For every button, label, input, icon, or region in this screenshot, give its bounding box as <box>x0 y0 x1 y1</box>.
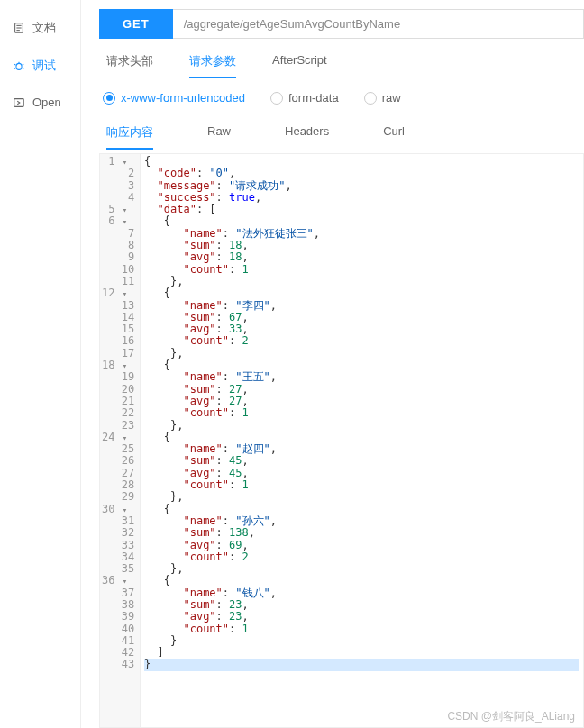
code-line: { <box>144 504 583 515</box>
fold-icon[interactable]: ▾ <box>123 361 127 370</box>
response-tab[interactable]: Headers <box>285 124 329 150</box>
response-tab[interactable]: Curl <box>383 124 405 150</box>
fold-icon[interactable]: ▾ <box>123 505 127 514</box>
code-line: ] <box>144 647 583 659</box>
sidebar-label: Open <box>32 96 61 109</box>
line-number: 2 <box>102 168 134 179</box>
code-line: }, <box>144 420 583 432</box>
code-line: "count": 1 <box>144 264 583 276</box>
line-number: 32 <box>102 527 134 539</box>
body-type-option[interactable]: x-www-form-urlencoded <box>103 91 245 105</box>
code-line: "name": "孙六", <box>144 515 583 527</box>
line-number: 42 <box>102 647 134 659</box>
line-number: 13 <box>102 300 134 312</box>
line-number: 34 <box>102 551 134 563</box>
line-number: 23 <box>102 420 134 432</box>
code-line: { <box>144 575 583 587</box>
code-line: "sum": 23, <box>144 599 583 611</box>
line-number: 20 <box>102 384 134 396</box>
sidebar-item-bug[interactable]: 调试 <box>0 47 80 85</box>
sidebar-item-open[interactable]: Open <box>0 85 80 120</box>
line-number: 1 ▾ <box>102 156 134 168</box>
body-type-radios: x-www-form-urlencodedform-dataraw <box>103 91 584 105</box>
line-number: 14 <box>102 312 134 323</box>
code-line: }, <box>144 276 583 287</box>
sidebar-label: 调试 <box>32 58 56 74</box>
request-tab[interactable]: 请求头部 <box>106 53 153 78</box>
code-line: } <box>144 635 583 647</box>
fold-icon[interactable]: ▾ <box>123 577 127 586</box>
svg-line-9 <box>23 68 24 69</box>
response-tab[interactable]: 响应内容 <box>106 124 153 150</box>
code-line: "avg": 45, <box>144 468 583 479</box>
line-number: 8 <box>102 240 134 251</box>
code-line: }, <box>144 348 583 359</box>
line-number: 38 <box>102 599 134 611</box>
code-line: { <box>144 432 583 443</box>
body-type-option[interactable]: form-data <box>270 91 339 105</box>
http-method-button[interactable]: GET <box>99 9 173 39</box>
code-line: "data": [ <box>144 204 583 215</box>
code-line: "success": true, <box>144 192 583 204</box>
response-tab[interactable]: Raw <box>207 124 231 150</box>
code-line: "sum": 45, <box>144 455 583 467</box>
fold-icon[interactable]: ▾ <box>123 433 127 442</box>
code-line: { <box>144 359 583 371</box>
line-number: 17 <box>102 348 134 359</box>
open-icon <box>13 96 25 109</box>
code-line: } <box>144 659 579 670</box>
code-line: "count": 2 <box>144 551 583 563</box>
url-input[interactable]: /aggregate/getAgeSumAvgCountByName <box>173 9 584 39</box>
svg-line-6 <box>14 64 16 65</box>
code-line: }, <box>144 563 583 575</box>
line-number: 7 <box>102 228 134 240</box>
line-number: 26 <box>102 455 134 467</box>
sidebar-item-doc[interactable]: 文档 <box>0 9 80 47</box>
line-number: 11 <box>102 276 134 287</box>
body-type-option[interactable]: raw <box>364 91 401 105</box>
svg-point-4 <box>16 63 22 69</box>
line-number: 18 ▾ <box>102 359 134 371</box>
line-number: 3 <box>102 180 134 192</box>
request-tab[interactable]: AfterScript <box>272 53 327 78</box>
bug-icon <box>13 59 25 72</box>
code-line: "count": 2 <box>144 335 583 347</box>
code-line: "avg": 23, <box>144 611 583 623</box>
line-number: 43 <box>102 659 134 670</box>
code-line: "count": 1 <box>144 479 583 491</box>
code-line: "name": "赵四", <box>144 443 583 455</box>
request-tab[interactable]: 请求参数 <box>189 53 236 78</box>
radio-label: x-www-form-urlencoded <box>121 91 245 105</box>
fold-icon[interactable]: ▾ <box>123 289 127 298</box>
code-line: "sum": 138, <box>144 527 583 539</box>
line-number: 6 ▾ <box>102 215 134 227</box>
sidebar: 文档调试Open <box>0 0 81 728</box>
svg-line-8 <box>14 68 16 69</box>
request-tabs: 请求头部请求参数AfterScript <box>106 53 584 78</box>
code-line: "avg": 18, <box>144 251 583 263</box>
fold-icon[interactable]: ▾ <box>123 217 127 226</box>
code-line: "avg": 69, <box>144 540 583 551</box>
code-line: "sum": 18, <box>144 240 583 251</box>
main-panel: GET /aggregate/getAgeSumAvgCountByName 请… <box>81 0 584 728</box>
code-line: { <box>144 287 583 299</box>
radio-icon <box>270 92 283 105</box>
radio-label: raw <box>382 91 401 105</box>
line-number: 12 ▾ <box>102 287 134 299</box>
line-number: 35 <box>102 563 134 575</box>
url-row: GET /aggregate/getAgeSumAvgCountByName <box>99 9 584 39</box>
line-number: 41 <box>102 635 134 647</box>
line-number: 28 <box>102 479 134 491</box>
radio-label: form-data <box>288 91 339 105</box>
fold-icon[interactable]: ▾ <box>123 158 127 167</box>
code-line: "avg": 27, <box>144 396 583 407</box>
line-number: 5 ▾ <box>102 204 134 215</box>
fold-icon[interactable]: ▾ <box>123 205 127 214</box>
line-number: 31 <box>102 515 134 527</box>
code-line: "name": "李四", <box>144 300 583 312</box>
line-number: 15 <box>102 323 134 335</box>
code-line: "message": "请求成功", <box>144 180 583 192</box>
line-number: 39 <box>102 611 134 623</box>
line-number: 40 <box>102 623 134 635</box>
code-content[interactable]: { "code": "0", "message": "请求成功", "succe… <box>141 154 583 727</box>
